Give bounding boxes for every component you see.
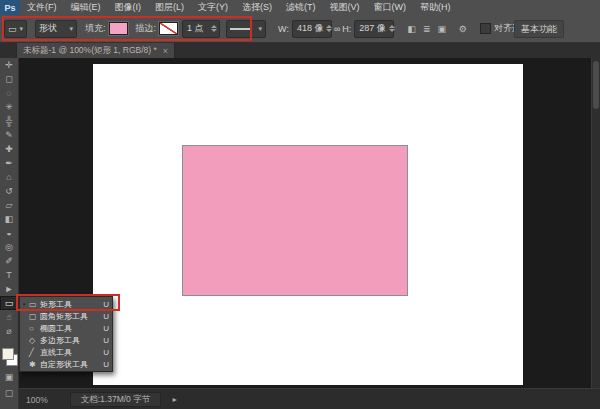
gear-icon[interactable]: ⚙ [455,24,470,34]
menu-window[interactable]: 窗口(W) [367,1,414,14]
hand-tool-icon: ☝ [6,312,11,322]
spot-healing-brush-tool[interactable]: ✚ [0,142,18,156]
quick-mask-icon: ▣ [5,372,14,382]
menu-image[interactable]: 图像(I) [108,1,149,14]
healing-brush-tool-icon: ✚ [5,144,13,154]
flyout-item-custom-shape-tool[interactable]: ✱ 自定形状工具 U [20,358,112,370]
menu-help[interactable]: 帮助(H) [413,1,458,14]
shortcut-key: U [101,336,109,345]
stepper-icon[interactable] [211,25,217,32]
menu-filter[interactable]: 滤镜(T) [279,1,323,14]
brush-tool-icon: ✒ [5,158,13,168]
menu-edit[interactable]: 编辑(E) [64,1,108,14]
pen-tool[interactable]: ✐ [0,254,18,268]
shortcut-key: U [101,312,109,321]
lasso-tool-icon: ◌ [6,88,11,98]
stroke-color-swatch[interactable] [159,22,178,35]
path-alignment-icon[interactable]: ≣ [419,24,434,34]
screen-mode-icon: ▢ [5,388,14,398]
photoshop-logo: Ps [0,0,20,15]
flyout-item-rectangle-tool[interactable]: ▪ ▭ 矩形工具 U [20,298,112,310]
menu-view[interactable]: 视图(V) [323,1,367,14]
flyout-item-label: 矩形工具 [40,299,101,310]
workspace-label: 基本功能 [521,23,557,36]
workspace-switcher-button[interactable]: 基本功能 [514,20,564,38]
scrollbar-thumb[interactable] [593,61,599,109]
shape-height-field[interactable]: 287 像 [354,20,394,38]
shape-tool-flyout-menu: ▪ ▭ 矩形工具 U ▢ 圆角矩形工具 U ○ 椭圆工具 U ◇ 多边形工具 U… [19,296,113,372]
zoom-tool-icon: ⌀ [6,326,11,336]
link-dimensions-icon[interactable]: ∞ [334,24,340,34]
clone-stamp-tool[interactable]: ⌂ [0,170,18,184]
tool-mode-dropdown[interactable]: 形状 ▾ [35,20,77,38]
eyedropper-tool[interactable]: ✎ [0,128,18,142]
vertical-scrollbar[interactable] [591,58,600,388]
clone-stamp-tool-icon: ⌂ [6,172,11,182]
hand-tool[interactable]: ☝ [0,310,18,324]
tool-mode-value: 形状 [39,22,57,35]
flyout-item-ellipse-tool[interactable]: ○ 椭圆工具 U [20,322,112,334]
screen-mode-button[interactable]: ▢ [0,388,18,398]
flyout-item-line-tool[interactable]: ╱ 直线工具 U [20,346,112,358]
shortcut-key: U [101,348,109,357]
shape-width-field[interactable]: 418 像 [292,20,332,38]
history-brush-tool-icon: ↺ [5,186,13,196]
eraser-tool[interactable]: ▱ [0,198,18,212]
menu-bar: Ps 文件(F) 编辑(E) 图像(I) 图层(L) 文字(Y) 选择(S) 滤… [0,0,600,16]
blur-tool[interactable]: ◒ [0,226,18,240]
menu-file[interactable]: 文件(F) [20,1,64,14]
align-edges-checkbox[interactable] [480,23,491,34]
rectangular-marquee-tool[interactable]: ◻ [0,72,18,86]
menu-type[interactable]: 文字(Y) [191,1,235,14]
pink-rectangle-shape[interactable] [182,145,408,296]
stroke-style-preview-icon [230,28,252,30]
path-selection-tool-icon: ► [5,284,14,294]
height-label: H: [342,24,351,34]
move-tool[interactable]: ✛ [0,58,18,72]
history-brush-tool[interactable]: ↺ [0,184,18,198]
chevron-down-icon: ▾ [70,25,74,33]
quick-selection-tool-icon: ✳ [5,102,13,112]
path-operations-icon[interactable]: ◧ [404,24,419,34]
flyout-item-polygon-tool[interactable]: ◇ 多边形工具 U [20,334,112,346]
document-info: 文档:1.37M/0 字节 [70,392,161,407]
quick-selection-tool[interactable]: ✳ [0,100,18,114]
tools-panel: ✛ ◻ ◌ ✳ ╬ ✎ ✚ ✒ ⌂ ↺ ▱ ◧ ◒ ◎ ✐ T ► ▭ ☝ ⌀ … [0,58,19,409]
stroke-width-field[interactable]: 1 点 [182,20,220,38]
move-tool-icon: ✛ [5,60,13,70]
type-tool[interactable]: T [0,268,18,282]
tool-preset-dropdown[interactable]: ▭ ▾ [4,20,27,38]
crop-tool[interactable]: ╬ [0,114,18,128]
stroke-style-dropdown[interactable]: ▾ [226,20,266,38]
dodge-tool[interactable]: ◎ [0,240,18,254]
shortcut-key: U [101,360,109,369]
tool-options-bar: ▭ ▾ 形状 ▾ 填充: 描边: 1 点 ▾ W: 418 像 ∞ H: 287… [0,15,600,43]
status-flyout-arrow-icon[interactable]: ► [171,396,178,403]
stepper-icon[interactable] [389,25,395,32]
brush-tool[interactable]: ✒ [0,156,18,170]
quick-mask-button[interactable]: ▣ [0,372,18,382]
rounded-rectangle-tool-icon: ▢ [29,312,40,321]
close-icon[interactable]: × [163,46,168,56]
menu-layer[interactable]: 图层(L) [148,1,191,14]
rectangle-tool[interactable]: ▭ [0,296,18,310]
zoom-level-field[interactable]: 100% [26,395,48,405]
fill-color-swatch[interactable] [109,22,128,35]
document-tab-bar: 未标题-1 @ 100%(矩形 1, RGB/8) * × [0,42,600,58]
lasso-tool[interactable]: ◌ [0,86,18,100]
document-tab[interactable]: 未标题-1 @ 100%(矩形 1, RGB/8) * × [16,42,175,58]
stepper-icon[interactable] [326,25,332,32]
dodge-tool-icon: ◎ [5,242,13,252]
flyout-item-label: 自定形状工具 [40,359,101,370]
flyout-item-rounded-rectangle-tool[interactable]: ▢ 圆角矩形工具 U [20,310,112,322]
path-arrangement-icon[interactable]: ▣ [434,24,449,34]
foreground-color-swatch[interactable] [2,348,14,360]
line-tool-icon: ╱ [29,348,40,357]
path-selection-tool[interactable]: ► [0,282,18,296]
menu-select[interactable]: 选择(S) [235,1,279,14]
gradient-tool[interactable]: ◧ [0,212,18,226]
custom-shape-tool-icon: ✱ [29,360,40,369]
flyout-item-label: 椭圆工具 [40,323,101,334]
zoom-tool[interactable]: ⌀ [0,324,18,338]
gradient-tool-icon: ◧ [5,214,14,224]
